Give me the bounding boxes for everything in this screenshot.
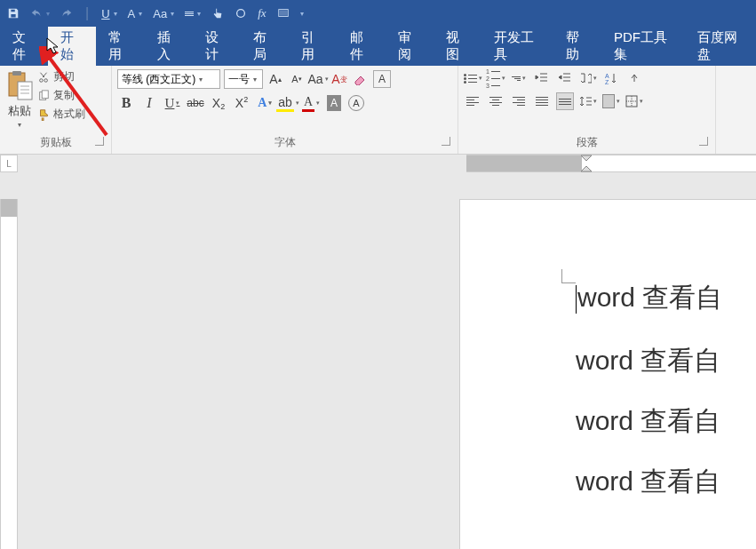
font-family-dropdown[interactable]: 等线 (西文正文) ▾	[117, 69, 220, 89]
shrink-font-button[interactable]: A▾	[288, 70, 306, 88]
qa-formula[interactable]: fx	[258, 6, 266, 20]
increase-indent-button[interactable]	[556, 69, 574, 87]
tab-baidu[interactable]: 百度网盘	[685, 27, 756, 66]
font-size-dropdown[interactable]: 一号 ▾	[224, 69, 263, 89]
text-effects-button[interactable]: A▾	[256, 94, 274, 112]
tab-reference[interactable]: 引用	[289, 27, 337, 66]
paste-icon	[5, 69, 34, 101]
qa-underline[interactable]: U ▾	[101, 7, 116, 20]
qa-font-color[interactable]: A ▾	[128, 7, 143, 20]
line-spacing-button[interactable]: ▾	[579, 92, 597, 110]
font-group-label: 字体	[117, 133, 452, 152]
char-border-button[interactable]	[352, 70, 370, 88]
outdent-icon	[535, 72, 549, 84]
align-justify-button[interactable]	[533, 92, 551, 110]
svg-line-3	[46, 53, 107, 135]
subscript-button[interactable]: X2	[210, 94, 227, 112]
document-body[interactable]: word 查看自 word 查看自 word 查看自 word 查看自	[576, 284, 756, 495]
underline-button[interactable]: U▾	[163, 94, 181, 112]
svg-rect-2	[279, 11, 287, 16]
tab-review[interactable]: 审阅	[386, 27, 434, 66]
align-right-icon	[513, 97, 525, 106]
decrease-indent-button[interactable]	[533, 69, 551, 87]
superscript-button[interactable]: X2	[233, 94, 251, 112]
font-family-value: 等线 (西文正文)	[122, 72, 195, 87]
font-size-value: 一号	[228, 72, 250, 87]
strikethrough-button[interactable]: abc	[187, 94, 204, 112]
numbering-icon: 1 2 3	[486, 68, 500, 89]
annotation-arrow-icon	[39, 46, 119, 144]
font-launcher[interactable]	[442, 137, 450, 146]
underline-glyph: U	[101, 7, 109, 20]
text-line: word 查看自	[576, 466, 720, 496]
indent-marker-icon[interactable]	[580, 154, 593, 173]
mouse-cursor-icon	[46, 37, 60, 55]
clear-format-button[interactable]: A	[373, 70, 391, 88]
align-right-button[interactable]	[510, 92, 528, 110]
align-center-button[interactable]	[487, 92, 505, 110]
text-direction-button[interactable]: ▾	[579, 69, 597, 87]
qa-touch[interactable]	[211, 7, 224, 20]
numbering-button[interactable]: 1 2 3 ▾	[487, 69, 505, 87]
group-font: 等线 (西文正文) ▾ 一号 ▾ A▴ A▾ Aa▾ A变 A B I	[112, 66, 458, 154]
line-spacing-icon	[579, 95, 592, 107]
borders-button[interactable]: ▾	[625, 92, 643, 110]
font-color-button[interactable]: A▾	[302, 94, 320, 112]
vertical-ruler[interactable]	[0, 199, 18, 549]
horizontal-ruler[interactable]	[466, 155, 756, 172]
grow-font-button[interactable]: A▴	[267, 70, 284, 88]
text-line: word 查看自	[577, 282, 722, 312]
svg-text:A: A	[605, 73, 609, 79]
tab-layout[interactable]: 布局	[241, 27, 289, 66]
redo-button[interactable]	[60, 7, 73, 20]
paste-button[interactable]: 粘贴 ▾	[5, 69, 34, 129]
paragraph-group-label: 段落	[464, 133, 710, 152]
tab-design[interactable]: 设计	[193, 27, 241, 66]
tab-selector[interactable]: L	[0, 155, 18, 172]
qa-screenshot[interactable]	[277, 7, 290, 20]
tab-view[interactable]: 视图	[434, 27, 481, 66]
paragraph-launcher[interactable]	[699, 137, 708, 146]
circle-icon	[235, 7, 247, 20]
save-button[interactable]	[7, 7, 20, 20]
tab-help[interactable]: 帮助	[553, 27, 601, 66]
pilcrow-icon	[628, 72, 641, 84]
margin-crop-mark-icon	[561, 269, 576, 283]
change-case-button[interactable]: Aa▾	[309, 70, 327, 88]
align-left-button[interactable]	[464, 92, 481, 110]
shading-button[interactable]: ▾	[602, 92, 620, 110]
sort-button[interactable]: AZ	[602, 69, 620, 87]
align-distribute-button[interactable]	[556, 92, 574, 110]
char-shading-button[interactable]: A	[325, 94, 343, 112]
qa-shape[interactable]	[235, 7, 247, 20]
bullets-icon	[464, 74, 477, 84]
tab-dev[interactable]: 开发工具	[481, 27, 553, 66]
bullets-button[interactable]: ▾	[464, 69, 481, 87]
align-distribute-icon	[559, 99, 571, 105]
svg-text:Z: Z	[605, 79, 609, 84]
enclose-char-button[interactable]: A	[348, 95, 364, 111]
svg-rect-5	[12, 71, 21, 76]
document-page[interactable]: word 查看自 word 查看自 word 查看自 word 查看自	[459, 199, 756, 549]
phonetic-button[interactable]: A变	[330, 70, 348, 88]
align-center-icon	[489, 97, 502, 106]
multilevel-button[interactable]: ▾	[510, 69, 528, 87]
multilevel-icon	[512, 76, 521, 81]
qa-list[interactable]: ▾	[185, 10, 201, 18]
tab-mail[interactable]: 邮件	[338, 27, 386, 66]
undo-button[interactable]: ▾	[30, 7, 50, 20]
font-a-glyph: A	[128, 7, 136, 20]
redo-icon	[60, 7, 73, 20]
qa-customize[interactable]: ▾	[300, 10, 304, 18]
highlight-button[interactable]: ab▾	[279, 94, 297, 112]
bold-button[interactable]: B	[117, 94, 135, 112]
tab-pdf[interactable]: PDF工具集	[601, 27, 685, 66]
svg-point-0	[237, 10, 245, 18]
text-line: word 查看自	[576, 346, 720, 375]
italic-button[interactable]: I	[140, 94, 158, 112]
borders-icon	[625, 95, 638, 107]
show-marks-button[interactable]	[625, 69, 643, 87]
qa-change-case[interactable]: Aa ▾	[153, 7, 174, 20]
tab-insert[interactable]: 插入	[145, 27, 193, 66]
shading-icon	[602, 94, 615, 108]
